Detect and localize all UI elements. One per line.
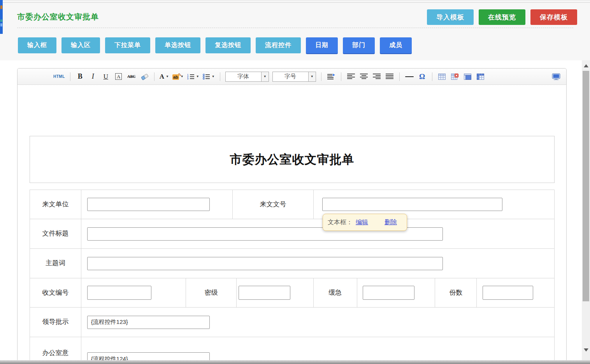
table-row: 来文单位 来文文号 xyxy=(30,190,554,219)
scrollbar-thumb[interactable] xyxy=(583,71,589,301)
indent-button[interactable] xyxy=(327,71,336,82)
font-size-value: 字号 xyxy=(273,72,308,81)
align-right-button[interactable] xyxy=(372,71,381,82)
form-title-cell[interactable]: 市委办公室收文审批单 xyxy=(30,136,555,183)
control-tooltip: 文本框： 编辑 删除 xyxy=(323,214,407,231)
align-justify-button[interactable] xyxy=(385,71,394,82)
bold-button[interactable]: B xyxy=(76,71,85,82)
widget-toolbar: 输入框 输入区 下拉菜单 单选按钮 复选按钮 流程控件 日期 部门 成员 xyxy=(18,37,412,53)
strikethrough-button[interactable]: ABC xyxy=(127,71,136,82)
lingdao-pishi-input[interactable] xyxy=(87,316,210,329)
widget-department-button[interactable]: 部门 xyxy=(343,37,375,53)
font-style-button[interactable]: A xyxy=(114,71,123,82)
window-bottom-edge xyxy=(0,360,590,364)
remove-format-button[interactable] xyxy=(140,71,149,82)
label-cell: 份数 xyxy=(435,278,477,307)
font-color-icon: A xyxy=(160,73,164,81)
form-table: 来文单位 来文文号 文件标题 xyxy=(30,190,555,364)
label-cell: 领导批示 xyxy=(30,308,81,337)
toolbar-separator xyxy=(154,72,155,81)
chevron-down-icon: ▼ xyxy=(311,75,314,78)
online-preview-button[interactable]: 在线预览 xyxy=(479,9,525,25)
align-left-button[interactable] xyxy=(346,71,356,82)
editor-document[interactable]: 市委办公室收文审批单 来文单位 来文文号 文件标题 xyxy=(18,85,566,364)
widget-date-button[interactable]: 日期 xyxy=(306,37,338,53)
laiwen-danwei-input[interactable] xyxy=(87,198,210,211)
label-cell: 主题词 xyxy=(30,249,81,278)
dropdown-button[interactable]: ▼ xyxy=(308,72,316,81)
input-cell xyxy=(81,219,554,248)
edit-control-link[interactable]: 编辑 xyxy=(356,218,368,227)
input-cell xyxy=(81,308,554,337)
delete-table-button[interactable] xyxy=(450,71,460,82)
fenshu-input[interactable] xyxy=(483,286,533,300)
table-row: 主题词 xyxy=(30,249,554,278)
ordered-list-icon: 1 2 3 xyxy=(187,74,195,80)
horizontal-rule-button[interactable] xyxy=(405,71,414,82)
toolbar-separator xyxy=(399,72,400,81)
eraser-icon xyxy=(140,73,149,80)
font-color-button[interactable]: A ▼ xyxy=(160,71,169,82)
highlight-icon: ab ✎ xyxy=(172,73,179,80)
widget-checkbox-button[interactable]: 复选按钮 xyxy=(205,37,251,53)
table-cell-icon xyxy=(464,74,471,80)
dropdown-button[interactable]: ▼ xyxy=(261,72,269,81)
source-code-button[interactable]: HTML xyxy=(53,71,65,82)
app-window: 市委办公室收文审批单 导入模板 在线预览 保存模板 输入框 输入区 下拉菜单 单… xyxy=(0,0,590,364)
shouwen-bianhao-input[interactable] xyxy=(87,286,151,300)
fullscreen-button[interactable] xyxy=(551,71,561,82)
save-template-button[interactable]: 保存模板 xyxy=(530,9,577,25)
miji-input[interactable] xyxy=(239,286,290,300)
highlight-color-button[interactable]: ab ✎ ▼ xyxy=(172,71,184,82)
widget-dropdown-button[interactable]: 下拉菜单 xyxy=(105,37,150,53)
widget-member-button[interactable]: 成员 xyxy=(380,37,412,53)
font-family-select[interactable]: 字体 ▼ xyxy=(225,72,269,82)
toolbar-separator xyxy=(341,72,341,81)
vertical-scrollbar[interactable] xyxy=(582,60,590,360)
tooltip-label: 文本框： xyxy=(328,218,353,227)
align-center-icon xyxy=(360,74,368,79)
scroll-down-button[interactable] xyxy=(582,345,590,355)
align-left-icon xyxy=(347,74,355,79)
zhutici-input[interactable] xyxy=(87,257,443,270)
header-divider xyxy=(17,28,573,28)
triangle-down-icon xyxy=(584,348,588,352)
import-template-button[interactable]: 导入模板 xyxy=(427,9,474,25)
special-char-button[interactable]: Ω xyxy=(418,71,427,82)
editor-toolbar: HTML B I U A ABC A ▼ xyxy=(18,69,566,85)
html-icon: HTML xyxy=(53,74,65,79)
pencil-icon: ✎ xyxy=(178,72,182,77)
unordered-list-button[interactable]: ▼ xyxy=(203,71,215,82)
underline-button[interactable]: U xyxy=(101,71,111,82)
laiwen-wenhao-input[interactable] xyxy=(322,198,502,211)
chevron-down-icon: ▼ xyxy=(166,75,169,78)
browser-edge-strip xyxy=(0,0,3,34)
header-actions: 导入模板 在线预览 保存模板 xyxy=(427,9,577,25)
chevron-down-icon: ▼ xyxy=(212,75,215,78)
huanji-input[interactable] xyxy=(363,286,414,300)
widget-radio-button[interactable]: 单选按钮 xyxy=(155,37,200,53)
input-cell xyxy=(357,278,435,307)
indent-icon xyxy=(327,74,335,79)
widget-input-area-button[interactable]: 输入区 xyxy=(61,37,100,53)
window-top-edge xyxy=(0,0,590,1)
insert-table-button[interactable] xyxy=(437,71,447,82)
toolbar-separator xyxy=(70,72,70,81)
font-size-select[interactable]: 字号 ▼ xyxy=(272,72,316,82)
widget-input-box-button[interactable]: 输入框 xyxy=(18,37,56,53)
italic-button[interactable]: I xyxy=(88,71,98,82)
align-right-icon xyxy=(373,74,381,79)
hr-icon xyxy=(405,76,414,77)
align-center-button[interactable] xyxy=(359,71,369,82)
unordered-list-icon xyxy=(203,74,210,80)
toolbar-separator xyxy=(220,72,220,81)
table-properties-button[interactable] xyxy=(476,71,485,82)
widget-flow-control-button[interactable]: 流程控件 xyxy=(256,37,301,53)
page-title: 市委办公室收文审批单 xyxy=(17,12,99,22)
scroll-up-button[interactable] xyxy=(582,61,590,70)
delete-control-link[interactable]: 删除 xyxy=(385,218,397,227)
window-top-line xyxy=(0,2,590,3)
ordered-list-button[interactable]: 1 2 3 ▼ xyxy=(187,71,199,82)
cell-properties-button[interactable] xyxy=(463,71,472,82)
font-family-value: 字体 xyxy=(226,72,261,81)
